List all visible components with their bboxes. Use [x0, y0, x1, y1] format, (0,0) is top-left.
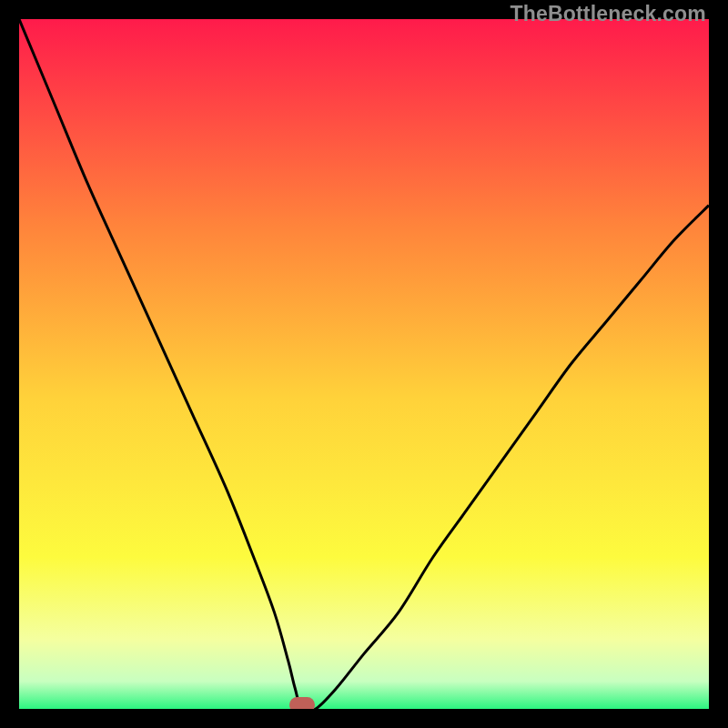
plot-area — [19, 19, 709, 709]
optimal-marker — [289, 697, 315, 709]
bottleneck-curve — [19, 19, 709, 709]
watermark-text: TheBottleneck.com — [510, 2, 706, 26]
chart-frame: TheBottleneck.com — [0, 0, 728, 728]
